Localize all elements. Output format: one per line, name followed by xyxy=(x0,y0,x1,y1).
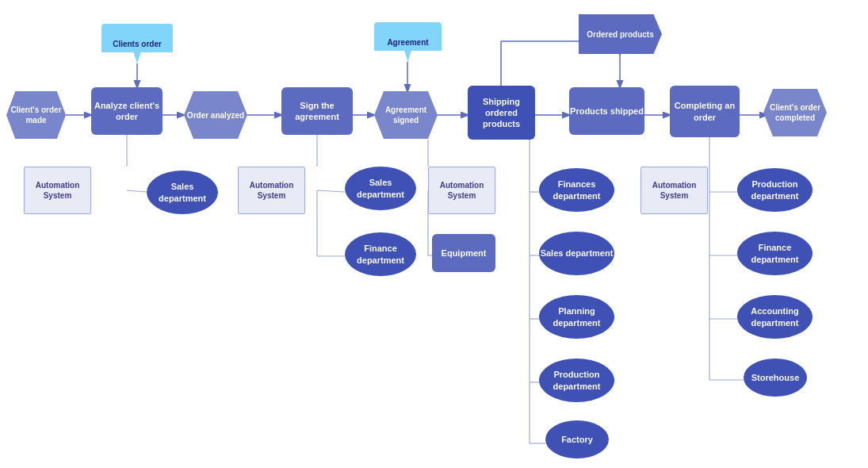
sales-dept-3: Sales department xyxy=(539,232,614,275)
products-shipped: Products shipped xyxy=(569,87,644,135)
svg-line-16 xyxy=(317,190,345,192)
svg-line-13 xyxy=(127,190,147,192)
sign-agreement: Sign the agreement xyxy=(281,87,353,135)
agreement-signed: Agreement signed xyxy=(374,91,438,139)
finance-dept-1: Finance department xyxy=(345,232,416,276)
clients-order-banner: Clients order xyxy=(101,24,173,63)
completing-order: Completing an order xyxy=(670,86,740,137)
diagram: Clients order Agreement Ordered products… xyxy=(0,0,868,468)
finance-dept-2: Finance department xyxy=(737,232,813,275)
auto-system-4: Automation System xyxy=(640,167,708,214)
production-dept-1: Production department xyxy=(539,359,614,402)
client-order-completed: Client's order completed xyxy=(763,89,827,136)
order-analyzed: Order analyzed xyxy=(184,91,247,139)
shipping-ordered: Shipping ordered products xyxy=(468,86,535,140)
storehouse: Storehouse xyxy=(744,359,807,397)
finances-dept: Finances department xyxy=(539,168,614,212)
sales-dept-1: Sales department xyxy=(147,171,218,214)
ordered-products-banner: Ordered products xyxy=(579,14,662,54)
analyze-clients-order: Analyze client's order xyxy=(91,87,163,135)
equipment: Equipment xyxy=(432,234,495,272)
auto-system-2: Automation System xyxy=(238,167,305,214)
sales-dept-2: Sales department xyxy=(345,167,416,210)
planning-dept: Planning department xyxy=(539,295,614,339)
factory: Factory xyxy=(545,420,609,458)
agreement-banner: Agreement xyxy=(374,22,442,62)
accounting-dept: Accounting department xyxy=(737,295,813,339)
auto-system-3: Automation System xyxy=(428,167,495,214)
production-dept-2: Production department xyxy=(737,168,813,212)
client-order-made: Client's order made xyxy=(6,91,66,139)
auto-system-1: Automation System xyxy=(24,167,91,214)
